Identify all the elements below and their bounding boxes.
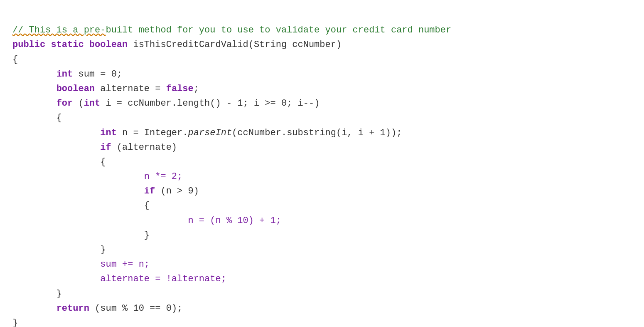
line-if-alternate: if (alternate) [12,142,177,153]
brace-open-2: { [12,113,62,123]
line-int-sum: int sum = 0; [12,69,122,79]
line-if-n-gt-9: if (n > 9) [12,186,199,196]
brace-open-3: { [12,157,106,167]
brace-close-4: } [12,230,150,240]
line-parseint: int n = Integer.parseInt(ccNumber.substr… [12,128,402,138]
brace-close-2: } [12,289,62,299]
line-alt-toggle: alternate = !alternate; [12,274,226,284]
comment-line: // This is a pre-built method for you to… [12,25,451,35]
line-n-mod: n = (n % 10) + 1; [12,216,281,226]
code-container: // This is a pre-built method for you to… [12,8,632,327]
method-signature: public static boolean isThisCreditCardVa… [12,40,342,50]
brace-close-3: } [12,245,106,255]
line-for: for (int i = ccNumber.length() - 1; i >=… [12,98,320,109]
line-n-times-2: n *= 2; [12,171,182,182]
brace-open-1: { [12,54,18,65]
line-sum-plus-n: sum += n; [12,259,150,270]
return-keyword: return [57,303,89,314]
brace-open-4: { [12,201,150,211]
brace-close-1: } [12,318,18,327]
line-boolean-alt: boolean alternate = false; [12,84,199,94]
return-rest: (sum % 10 == 0); [89,303,182,314]
